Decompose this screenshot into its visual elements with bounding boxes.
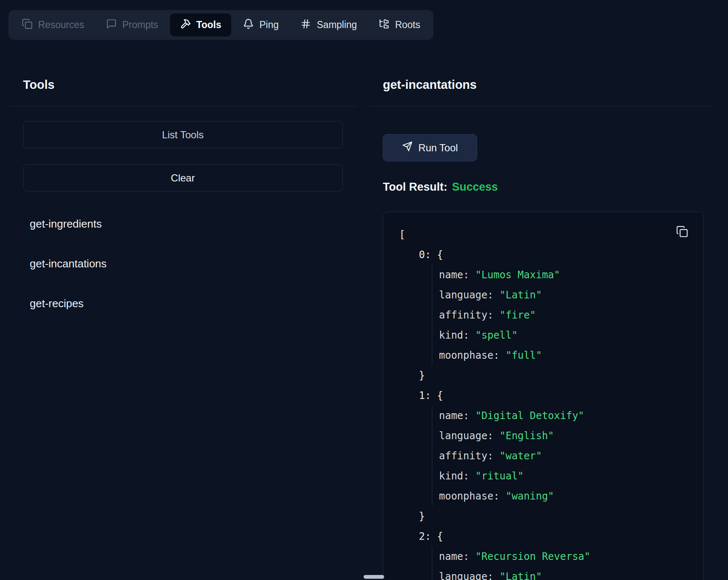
horizontal-scrollbar-thumb[interactable] [364,575,384,579]
json-entry-fields: name: "Digital Detoxify" language: "Engl… [432,406,687,506]
json-entry: 0: { name: "Lumos Maxima" language: "Lat… [419,245,687,386]
tool-item-get-recipes[interactable]: get-recipes [30,296,356,311]
selected-tool-title: get-incantations [383,78,712,92]
tool-list: get-ingredients get-incantations get-rec… [30,217,356,311]
tab-label: Sampling [317,19,357,31]
files-icon [22,18,33,32]
tool-result-label: Tool Result: [383,181,447,193]
run-tool-button[interactable]: Run Tool [383,134,477,161]
tool-result-json-viewer: [ 0: { name: "Lumos Maxima" language: "L… [383,212,704,580]
tool-result-status: Success [452,181,498,193]
json-entry-fields: name: "Lumos Maxima" language: "Latin" a… [432,265,687,365]
tab-tools[interactable]: Tools [170,13,232,36]
tab-label: Tools [196,19,222,31]
hammer-icon [180,18,191,32]
run-tool-label: Run Tool [418,142,458,154]
tab-bar: Resources Prompts Tools Ping Sampling Ro… [8,10,434,40]
send-icon [402,141,413,154]
list-tools-button[interactable]: List Tools [23,121,343,148]
copy-button[interactable] [676,225,688,239]
hash-icon [300,18,311,32]
tab-prompts[interactable]: Prompts [96,13,168,36]
message-icon [106,18,117,32]
json-entry: 2: { name: "Recursion Reversa" language:… [419,526,687,580]
clear-button[interactable]: Clear [23,164,343,192]
tools-panel-title: Tools [23,78,356,92]
tool-item-get-incantations[interactable]: get-incantations [30,256,356,271]
tab-label: Resources [38,19,84,31]
tab-label: Prompts [122,19,158,31]
copy-icon [676,233,688,239]
tab-resources[interactable]: Resources [12,13,94,36]
tools-panel: Tools List Tools Clear get-ingredients g… [9,67,356,336]
tab-roots[interactable]: Roots [369,13,430,36]
json-open-bracket: [ [399,225,687,245]
folder-tree-icon [379,18,390,32]
json-entry: 1: { name: "Digital Detoxify" language: … [419,386,687,526]
tab-ping[interactable]: Ping [233,13,289,36]
tab-sampling[interactable]: Sampling [290,13,367,36]
divider [369,106,712,106]
tab-label: Roots [395,19,420,31]
tool-result-line: Tool Result:Success [383,179,712,194]
tab-label: Ping [259,19,279,31]
json-entry-fields: name: "Recursion Reversa" language: "Lat… [432,546,687,580]
tool-detail-panel: get-incantations Run Tool Tool Result:Su… [369,67,712,580]
bell-icon [243,18,254,32]
tool-item-get-ingredients[interactable]: get-ingredients [30,217,356,231]
divider [9,106,356,106]
